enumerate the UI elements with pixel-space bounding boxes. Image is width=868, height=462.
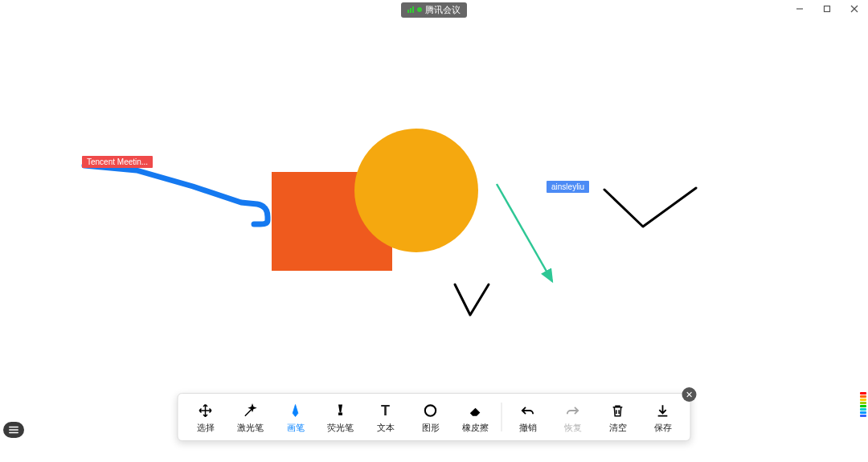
drawn-circle bbox=[354, 129, 478, 252]
svg-point-7 bbox=[425, 405, 436, 415]
svg-rect-1 bbox=[825, 6, 830, 12]
tool-label: 清空 bbox=[609, 422, 627, 434]
save-button[interactable]: 保存 bbox=[641, 399, 686, 435]
eraser-tool-button[interactable]: 橡皮擦 bbox=[453, 399, 498, 435]
highlighter-tool-button[interactable]: 荧光笔 bbox=[318, 399, 363, 435]
redo-button[interactable]: 恢复 bbox=[551, 399, 596, 435]
title-bar: 腾讯会议 bbox=[0, 0, 868, 19]
drawn-checkmark-large bbox=[604, 188, 696, 227]
app-title: 腾讯会议 bbox=[425, 4, 461, 16]
download-icon bbox=[654, 402, 672, 419]
highlighter-icon bbox=[332, 402, 350, 419]
drawn-arrow bbox=[497, 184, 552, 281]
app-title-chip: 腾讯会议 bbox=[401, 2, 467, 18]
text-icon: T bbox=[377, 402, 395, 419]
circle-icon bbox=[422, 402, 440, 419]
tool-label: 激光笔 bbox=[237, 422, 264, 434]
tool-label: 保存 bbox=[654, 422, 672, 434]
signal-icon bbox=[407, 6, 414, 13]
tool-label: 图形 bbox=[422, 422, 440, 434]
toolbar-close-button[interactable]: ✕ bbox=[682, 387, 697, 402]
minimize-button[interactable] bbox=[786, 0, 813, 18]
drawn-checkmark-small bbox=[455, 284, 489, 315]
tool-label: 选择 bbox=[197, 422, 215, 434]
eraser-icon bbox=[467, 402, 485, 419]
clear-button[interactable]: 清空 bbox=[596, 399, 641, 435]
audio-level-meter bbox=[860, 385, 866, 417]
tool-label: 橡皮擦 bbox=[462, 422, 489, 434]
participants-list-button[interactable] bbox=[3, 422, 24, 438]
text-tool-button[interactable]: T 文本 bbox=[363, 399, 408, 435]
maximize-button[interactable] bbox=[813, 0, 841, 18]
select-tool-button[interactable]: 选择 bbox=[183, 399, 228, 435]
annotation-author-tag-a: Tencent Meetin... bbox=[82, 156, 153, 168]
status-dot-icon bbox=[417, 7, 422, 12]
close-button[interactable] bbox=[841, 0, 868, 18]
sparkle-icon bbox=[242, 402, 260, 419]
tool-label: 撤销 bbox=[519, 422, 537, 434]
drawn-blue-stroke bbox=[84, 166, 268, 224]
tool-label: 恢复 bbox=[564, 422, 582, 434]
undo-button[interactable]: 撤销 bbox=[506, 399, 551, 435]
annotation-toolbar: ✕ 选择 激光笔 画笔 荧光笔 T 文本 图形 橡皮擦 bbox=[178, 393, 691, 441]
undo-icon bbox=[519, 402, 537, 419]
shape-tool-button[interactable]: 图形 bbox=[408, 399, 453, 435]
svg-rect-6 bbox=[338, 413, 342, 415]
redo-icon bbox=[564, 402, 582, 419]
tool-label: 文本 bbox=[377, 422, 395, 434]
move-icon bbox=[197, 402, 215, 419]
tool-label: 画笔 bbox=[287, 422, 305, 434]
pen-tool-button[interactable]: 画笔 bbox=[273, 399, 318, 435]
window-controls bbox=[786, 0, 868, 18]
trash-icon bbox=[609, 402, 627, 419]
annotation-author-tag-b: ainsleyliu bbox=[547, 181, 589, 193]
toolbar-divider bbox=[502, 403, 502, 431]
laser-tool-button[interactable]: 激光笔 bbox=[228, 399, 273, 435]
list-icon bbox=[8, 425, 19, 435]
tool-label: 荧光笔 bbox=[327, 422, 354, 434]
pen-icon bbox=[287, 402, 305, 419]
